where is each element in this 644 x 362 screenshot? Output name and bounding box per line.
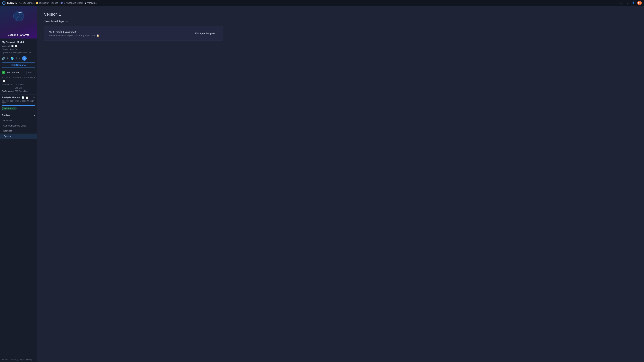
model-name: My Scenario Model (2, 40, 35, 44)
privacy-link[interactable]: Privacy (26, 359, 32, 361)
progress-bar (2, 105, 35, 106)
avatar[interactable]: LC (637, 1, 642, 5)
breadcrumb: / ☷ LC Demos / 📁 Quickstart Finished / 🌌… (19, 2, 618, 4)
sidebar-actions: 🔗 👁 🌎 ⇓ ⋆ ↑ (0, 55, 37, 62)
svg-rect-6 (18, 12, 19, 13)
abort-button[interactable]: Abort (26, 71, 35, 74)
status-dot-icon (2, 71, 5, 74)
resolution-badge: Full resolution (2, 107, 17, 110)
copy-job-icon[interactable]: 📋 (2, 80, 6, 82)
status-text: Succeeded (7, 71, 19, 74)
clock-icon: 🕐 (11, 44, 14, 48)
analyze-section: Analyze ⌄ Playback Communications Links … (0, 112, 37, 357)
breadcrumb-lc-demos[interactable]: ☷ LC Demos (20, 2, 34, 4)
sidebar-item-agents[interactable]: Agents (0, 134, 37, 139)
initiated-by: Lael Cox (2, 86, 35, 90)
svg-rect-7 (21, 12, 22, 13)
svg-point-8 (20, 12, 20, 13)
agent-card: My In-orbit Spacecraft Source Branch ID:… (44, 26, 223, 41)
version-label: Version 1 (2, 44, 10, 48)
terms-link[interactable]: Terms (20, 359, 24, 361)
status-bar: Succeeded Abort (0, 70, 37, 75)
breadcrumb-sep2: / (59, 2, 60, 4)
analysis-window-label: Analysis Window (2, 96, 20, 99)
agent-card-info: My In-orbit Spacecraft Source Branch ID:… (49, 30, 99, 37)
analyze-items: Playback Communications Links Routines A… (0, 118, 37, 139)
initiated: Initiated: 02/17/25 5:06pm (2, 83, 35, 86)
hero-globe-icon (12, 9, 25, 23)
performance: Performance: 577.3x real time (2, 90, 35, 93)
chevron-down-icon: ⌄ (33, 114, 35, 116)
sedaro-logo-icon (2, 1, 6, 5)
licensing-link[interactable]: Licensing (10, 359, 18, 361)
time-range: 00:00:00 06-21-2025 to 03:59:44 06-21-20… (2, 100, 35, 104)
logo[interactable]: SEDARO (2, 1, 18, 5)
globe-action-icon[interactable]: 🌎 (10, 57, 14, 60)
breadcrumb-sep0: / (19, 2, 20, 4)
sidebar-item-routines[interactable]: Routines (0, 128, 37, 134)
app-version: v 4.17.8 (2, 359, 8, 361)
branch-icon[interactable]: ⋆ (19, 57, 21, 60)
grid-icon[interactable]: ☷ (620, 1, 624, 5)
sidebar-item-playback[interactable]: Playback (0, 118, 37, 123)
agent-branch: Source Branch ID: PQYPC3WL8VKgpRljbsG3VV… (49, 34, 99, 37)
main-layout: Scenario - Analyze My Scenario Model Ver… (0, 6, 644, 362)
analysis-window: Analysis Window 🕐 📋 ↔ 00:00:00 06-21-202… (0, 95, 37, 112)
breadcrumb-version: ▶ Version 1 (85, 2, 96, 4)
link-icon[interactable]: 🔗 (2, 57, 5, 60)
copy-version-icon[interactable]: 📋 (14, 44, 17, 48)
edit-scenario-button[interactable]: Edit Scenario (2, 62, 35, 68)
sidebar-footer: v 4.17.8 Licensing | Terms | Privacy (0, 357, 37, 362)
section-title: Templated Agents (44, 20, 637, 23)
job-info: Job ID: PQYV8wmVncDpwhzFk5wCjx 📋 Initiat… (0, 75, 37, 95)
updated-by: Updated: a day ago by Lael Cox (2, 51, 35, 54)
download-icon[interactable]: ⇓ (15, 57, 18, 60)
analysis-window-header: Analysis Window 🕐 📋 ↔ (2, 96, 35, 99)
analyze-label: Analyze (2, 114, 10, 116)
topnav-right: ☷ ? 👤 LC (620, 1, 642, 5)
sidebar-hero-title: Scenario - Analyze (8, 33, 29, 36)
user-icon[interactable]: 👤 (631, 1, 636, 5)
copy-window-icon[interactable]: 📋 (26, 96, 28, 99)
eye-icon[interactable]: 👁 (6, 57, 9, 60)
copy-branch-icon[interactable]: 📋 (96, 34, 99, 37)
branch-label: Source Branch ID: PQYPC3WL8VKgpRljbsG3VV (49, 34, 96, 37)
sidebar-hero: Scenario - Analyze (0, 6, 37, 38)
breadcrumb-scenario-model[interactable]: 🌌 My Scenario Model (60, 2, 83, 4)
agent-name: My In-orbit Spacecraft (49, 30, 99, 33)
analyze-header[interactable]: Analyze ⌄ (0, 112, 37, 118)
upload-icon-highlighted[interactable]: ↑ (22, 56, 27, 61)
topnav: SEDARO / ☷ LC Demos / 📁 Quickstart Finis… (0, 0, 644, 6)
job-id: Job ID: PQYV8wmVncDpwhzFk5wCjx 📋 (2, 76, 35, 83)
breadcrumb-quickstart[interactable]: 📁 Quickstart Finished (36, 2, 58, 4)
breadcrumb-sep1: / (34, 2, 35, 4)
clock-icon-2[interactable]: 🕐 (22, 96, 24, 99)
page-title: Version 1 (44, 12, 637, 17)
created-by: Created: Lael Cox (2, 48, 35, 51)
edit-agent-template-button[interactable]: Edit Agent Template (192, 31, 218, 36)
sidebar-meta: My Scenario Model Version 1 🕐 📋 Created:… (0, 38, 37, 55)
help-icon[interactable]: ? (625, 1, 630, 5)
breadcrumb-sep3: / (84, 2, 84, 4)
version-row: Version 1 🕐 📋 (2, 44, 35, 48)
sidebar-item-communications-links[interactable]: Communications Links (0, 123, 37, 128)
sidebar: Scenario - Analyze My Scenario Model Ver… (0, 6, 37, 362)
main-content: Version 1 Templated Agents My In-orbit S… (37, 6, 644, 362)
fit-icon[interactable]: ↔ (33, 96, 35, 99)
logo-text: SEDARO (7, 1, 18, 4)
